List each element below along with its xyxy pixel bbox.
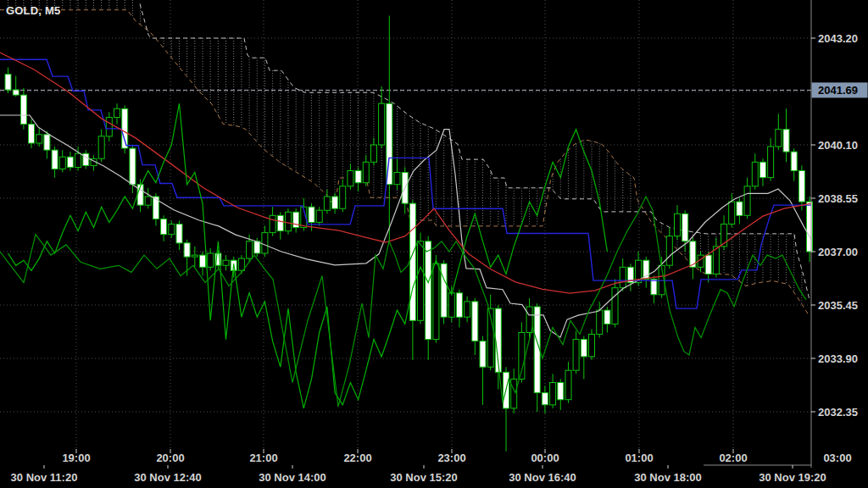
candle — [768, 138, 774, 181]
candle — [604, 307, 610, 333]
candle — [643, 257, 649, 288]
candle — [651, 276, 657, 304]
trading-chart-window: GOLD, M5 2043.202040.102038.552037.00203… — [0, 0, 868, 488]
date-label: 30 Nov 11:20 — [11, 471, 78, 484]
candle — [44, 131, 50, 159]
cloud-hatch — [8, 0, 802, 304]
candle — [690, 238, 696, 280]
grid-lines — [0, 0, 811, 449]
candle — [589, 330, 595, 361]
price-label: 2038.55 — [818, 192, 858, 205]
candle — [293, 208, 299, 232]
price-label: 2033.90 — [818, 352, 858, 365]
price-label: 2037.00 — [818, 246, 858, 258]
candle — [286, 208, 292, 235]
candle — [573, 331, 579, 374]
candle — [208, 248, 214, 271]
date-label: 30 Nov 15:20 — [390, 471, 458, 484]
candle — [20, 88, 26, 130]
candle — [106, 112, 112, 141]
candle — [791, 148, 797, 181]
senkou-b-line — [0, 10, 808, 314]
candle — [91, 155, 97, 170]
candle — [752, 153, 758, 190]
candle — [324, 190, 330, 214]
candle — [760, 158, 766, 186]
candle — [238, 255, 244, 274]
candle — [161, 215, 167, 241]
candle — [597, 302, 603, 338]
candle — [737, 198, 743, 225]
candle — [5, 68, 11, 94]
candle — [316, 207, 322, 225]
candle — [223, 255, 229, 270]
candle — [176, 220, 182, 250]
candle — [558, 379, 564, 410]
price-label: 2035.45 — [818, 299, 858, 312]
candle — [441, 260, 447, 324]
candle — [387, 16, 392, 241]
candle — [550, 374, 556, 408]
candle — [192, 247, 198, 267]
date-label: 30 Nov 12:40 — [134, 471, 202, 484]
candle — [29, 119, 35, 149]
time-scale[interactable]: 19:0020:0021:0022:0023:0000:0001:0002:00… — [11, 449, 852, 484]
candle — [612, 280, 618, 328]
candle — [542, 386, 548, 414]
candle — [340, 180, 346, 213]
date-label: 30 Nov 16:40 — [509, 471, 576, 484]
hour-label: 22:00 — [343, 452, 371, 464]
candle — [36, 128, 42, 147]
candle — [98, 130, 104, 163]
candle — [744, 178, 750, 219]
candle — [798, 165, 804, 210]
candle — [122, 105, 128, 153]
candle — [145, 188, 151, 208]
candle — [480, 336, 486, 405]
symbol-timeframe-label: GOLD, M5 — [6, 4, 60, 17]
hour-label: 00:00 — [531, 452, 559, 464]
candle — [581, 336, 587, 380]
candle — [472, 298, 478, 355]
candle — [270, 207, 275, 236]
candle — [675, 205, 681, 240]
candle — [348, 164, 353, 189]
bid-price-value: 2041.69 — [818, 84, 858, 97]
price-label: 2040.10 — [818, 139, 858, 152]
candle — [519, 322, 525, 382]
candle — [200, 252, 206, 276]
candle — [75, 147, 81, 171]
candle — [363, 155, 369, 186]
date-label: 30 Nov 18:00 — [634, 471, 702, 484]
candle — [394, 158, 400, 190]
candle — [355, 167, 361, 191]
price-label: 2043.20 — [818, 32, 858, 45]
hour-label: 02:00 — [719, 452, 747, 464]
price-label: 2032.35 — [818, 406, 858, 419]
chikou-line — [8, 103, 608, 408]
candle — [627, 263, 633, 291]
candle — [565, 362, 571, 403]
candle — [776, 114, 782, 150]
hour-label: 23:00 — [437, 452, 465, 464]
candle — [783, 108, 789, 162]
candle — [620, 258, 626, 291]
bid-price-tag: 2041.69 — [812, 82, 868, 97]
candle — [67, 152, 73, 170]
candle — [13, 76, 19, 97]
candle — [409, 200, 415, 360]
candle — [402, 167, 408, 214]
hour-label: 20:00 — [156, 452, 184, 464]
candle — [426, 236, 431, 360]
candle — [465, 297, 470, 323]
candle — [277, 212, 283, 239]
candle — [666, 228, 672, 269]
candle — [52, 147, 58, 178]
candle — [59, 150, 65, 172]
candle — [371, 138, 377, 166]
candle — [534, 303, 540, 412]
hour-label: 19:00 — [62, 452, 90, 464]
candle — [332, 193, 338, 214]
candle — [456, 290, 462, 328]
price-chart[interactable]: 2043.202040.102038.552037.002035.452033.… — [0, 0, 868, 488]
